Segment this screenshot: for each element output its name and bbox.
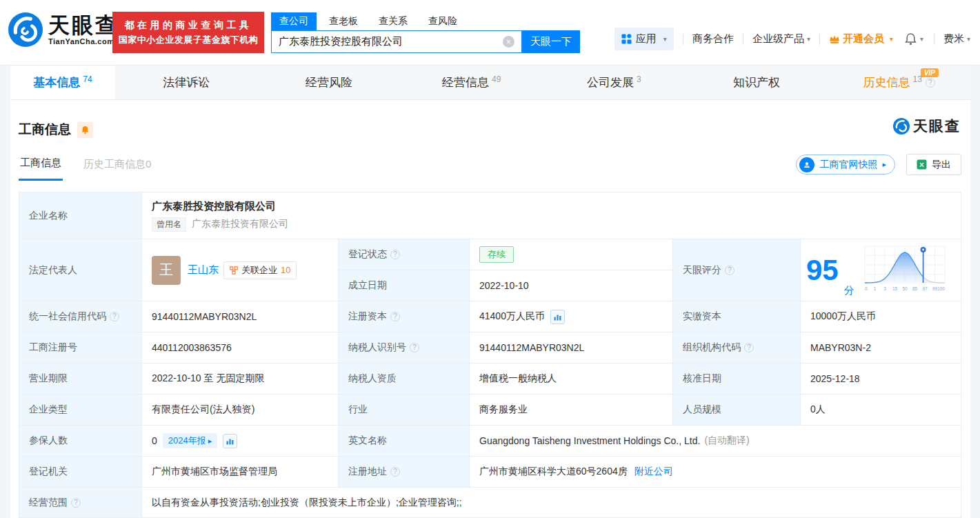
tianyancha-watermark: 天眼查	[893, 117, 961, 136]
chevron-down-icon: ▾	[967, 35, 970, 43]
chevron-down-icon: ▾	[663, 35, 667, 43]
search-input[interactable]	[271, 30, 522, 53]
row-label: 实缴资本	[673, 301, 801, 332]
row-label: 工商注册号	[19, 332, 142, 363]
export-button[interactable]: X 导出	[906, 154, 961, 175]
nav-enterprise-product[interactable]: 企业级产品 ▾	[752, 32, 810, 46]
related-companies-label: 关联企业	[241, 264, 277, 277]
row-label: 法定代表人	[19, 239, 142, 301]
former-name: 广东泰胜投资有限公司	[192, 218, 288, 230]
tianyancha-swirl-icon	[8, 12, 43, 47]
subtab-business-info[interactable]: 工商信息	[19, 157, 63, 181]
tab-operation-info[interactable]: 经营信息49	[400, 66, 543, 99]
subtab-history-business-info[interactable]: 历史工商信息0	[82, 158, 152, 180]
row-label: 纳税人资质	[339, 363, 470, 395]
notification-bell[interactable]: ▾	[904, 32, 923, 46]
taxpayer-id-cell: 91440112MABYR03N2L	[470, 332, 673, 363]
search-block: 查公司 查老板 查关系 查风险 × 天眼一下	[271, 12, 580, 53]
snapshot-label: 工商官网快照	[819, 159, 877, 171]
reg-address-value: 广州市黄埔区科学大道60号2604房	[479, 466, 628, 478]
tab-intellectual-property[interactable]: 知识产权	[686, 66, 828, 99]
tab-history-info[interactable]: VIP 历史信息13 ?	[828, 66, 970, 99]
row-label: 登记状态?	[339, 239, 470, 270]
status-badge: 存续	[479, 246, 514, 263]
official-snapshot-button[interactable]: 工商官网快照 ▸	[796, 155, 895, 175]
label-text: 统一社会信用代码	[29, 310, 106, 323]
question-circle-icon[interactable]: ?	[725, 266, 734, 275]
tab-count: 74	[83, 74, 92, 84]
annual-report-badge[interactable]: 2024年报 ▸	[163, 433, 217, 448]
business-info-table: 企业名称 广东泰胜投资控股有限公司 曾用名 广东泰胜投资有限公司 法定代表人 王…	[19, 192, 961, 518]
question-circle-icon[interactable]: ?	[390, 250, 400, 259]
username-label: 费米	[943, 32, 964, 46]
svg-text:3: 3	[883, 286, 886, 291]
vip-badge: VIP	[921, 68, 939, 77]
divider	[743, 34, 743, 45]
question-circle-icon[interactable]: ?	[71, 498, 81, 508]
svg-text:15: 15	[892, 286, 898, 291]
related-companies-count: 10	[281, 265, 290, 275]
nav-user-menu[interactable]: 费米 ▾	[943, 32, 970, 46]
insured-count-cell: 0 2024年报 ▸	[142, 426, 339, 457]
search-tab-boss[interactable]: 查老板	[321, 12, 366, 30]
tianyancha-swirl-icon	[893, 118, 910, 135]
bell-icon	[81, 126, 90, 135]
tab-label: 历史信息	[863, 74, 910, 90]
org-chart-icon	[230, 266, 238, 275]
org-code-cell: MABYR03N-2	[801, 332, 961, 363]
label-text: 登记状态	[348, 248, 387, 261]
slogan-line2: 国家中小企业发展子基金旗下机构	[119, 34, 259, 46]
svg-text:1: 1	[873, 286, 876, 291]
question-circle-icon[interactable]: ?	[390, 467, 400, 477]
question-circle-icon[interactable]: ?	[744, 343, 754, 352]
label-text: 组织机构代码	[683, 341, 741, 354]
legal-rep-avatar[interactable]: 王	[152, 256, 181, 285]
svg-text:50: 50	[902, 286, 908, 291]
question-circle-icon[interactable]: ?	[390, 312, 400, 321]
tianyancha-logo[interactable]: 天眼查 TianYanCha.com	[8, 12, 119, 47]
nav-business-coop[interactable]: 商务合作	[692, 32, 734, 46]
crown-icon	[829, 34, 840, 44]
apps-menu[interactable]: 应用 ▾	[614, 28, 674, 50]
row-label: 企业类型	[19, 395, 142, 426]
insured-count-value: 0	[152, 435, 157, 446]
row-label: 天眼评分?	[673, 239, 801, 301]
legal-rep-cell: 王 王山东 关联企业 10	[142, 239, 339, 301]
tab-count: 3	[637, 74, 641, 84]
main-tab-bar: 基本信息74 法律诉讼 经营风险 经营信息49 公司发展3 知识产权 VIP 历…	[10, 66, 970, 100]
english-name-cell: Guangdong Taisheng Investment Holdings C…	[470, 426, 961, 457]
question-circle-icon[interactable]: ?	[110, 312, 119, 321]
insured-chart-icon[interactable]	[223, 434, 237, 448]
related-companies-badge[interactable]: 关联企业 10	[223, 261, 297, 279]
clear-search-icon[interactable]: ×	[503, 36, 514, 48]
question-circle-icon[interactable]: ?	[410, 343, 419, 352]
tab-legal-litigation[interactable]: 法律诉讼	[115, 66, 258, 99]
excel-icon: X	[917, 159, 927, 170]
business-term-cell: 2022-10-10 至 无固定期限	[142, 363, 339, 395]
search-button[interactable]: 天眼一下	[522, 30, 580, 53]
subscribe-bell-button[interactable]	[77, 122, 93, 138]
approval-date-cell: 2025-12-18	[801, 363, 961, 395]
business-info-section: 工商信息 天眼查 工商信息 历史工商信息0	[10, 100, 970, 518]
tab-count: 13	[913, 74, 922, 84]
tab-operation-risk[interactable]: 经营风险	[258, 66, 401, 99]
nav-open-vip[interactable]: 开通会员 ▾	[829, 32, 893, 46]
question-circle-icon[interactable]: ?	[926, 78, 935, 88]
search-tab-relation[interactable]: 查关系	[370, 12, 416, 30]
apps-label: 应用	[636, 32, 657, 46]
nearby-companies-link[interactable]: 附近公司	[634, 466, 673, 478]
tab-label: 公司发展	[587, 74, 634, 90]
tab-label: 法律诉讼	[163, 74, 210, 90]
company-name-cell: 广东泰胜投资控股有限公司 曾用名 广东泰胜投资有限公司	[142, 192, 961, 239]
capital-chart-icon[interactable]	[550, 310, 565, 324]
reg-capital-value: 41400万人民币	[479, 310, 545, 323]
stamp-icon	[799, 157, 814, 172]
search-tab-company[interactable]: 查公司	[271, 12, 317, 30]
search-tab-risk[interactable]: 查风险	[420, 12, 466, 30]
tab-company-development[interactable]: 公司发展3	[543, 66, 686, 99]
header-nav: 应用 ▾ 商务合作 企业级产品 ▾ 开通会员 ▾ ▾ 费米	[614, 28, 970, 50]
row-label: 注册资本?	[339, 301, 470, 332]
svg-text:85: 85	[912, 286, 918, 291]
legal-rep-link[interactable]: 王山东	[188, 263, 219, 277]
tab-basic-info[interactable]: 基本信息74	[10, 66, 115, 99]
